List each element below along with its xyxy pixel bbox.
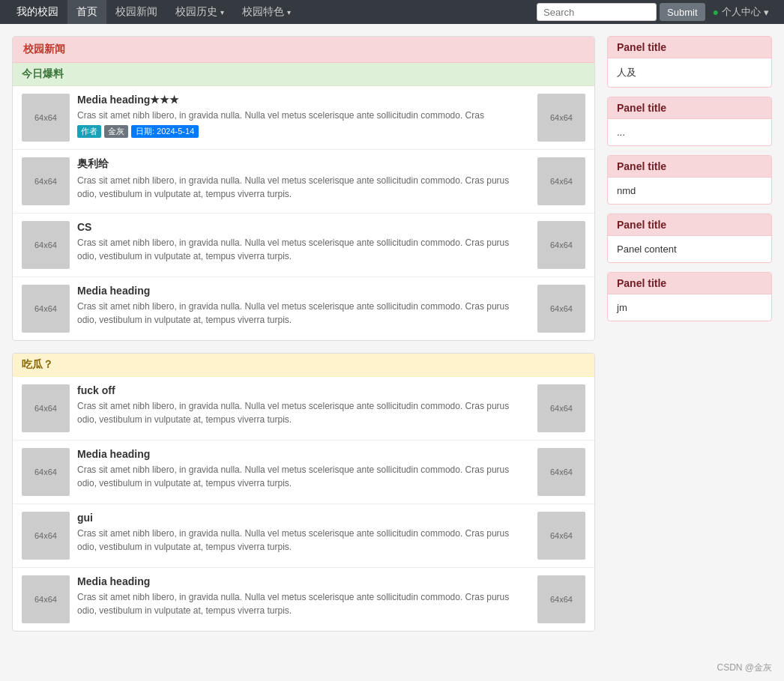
nav-item-history[interactable]: 校园历史 ▾ <box>166 0 233 24</box>
panel-title-3: Panel title <box>608 214 771 236</box>
media-body-0: Media heading★★★ Cras sit amet nibh libe… <box>77 94 530 138</box>
thumb-right-0: 64x64 <box>537 94 585 142</box>
thumb-left-0: 64x64 <box>22 94 70 142</box>
section-outer-title: 校园新闻 <box>13 37 594 63</box>
media-heading-g0: fuck off <box>77 384 530 396</box>
media-tags-0: 作者 金灰 日期: 2024-5-14 <box>77 125 530 138</box>
main-container: 校园新闻 今日爆料 64x64 Media heading★★★ Cras si… <box>0 24 784 656</box>
thumb-right-g1: 64x64 <box>537 448 585 496</box>
nav-label-news: 校园新闻 <box>115 5 157 19</box>
media-text-g1: Cras sit amet nibh libero, in gravida nu… <box>77 463 530 490</box>
panel-title-2: Panel title <box>608 156 771 178</box>
user-icon: ● <box>713 6 719 18</box>
chevron-down-icon: ▾ <box>764 7 769 18</box>
media-heading-0: Media heading★★★ <box>77 94 530 106</box>
gossip-item-3: 64x64 Media heading Cras sit amet nibh l… <box>13 568 594 631</box>
tag-gray: 金灰 <box>104 125 128 138</box>
search-input[interactable] <box>537 3 657 21</box>
section-gossip: 吃瓜？ 64x64 fuck off Cras sit amet nibh li… <box>12 353 595 632</box>
nav-label-history: 校园历史 <box>175 5 217 19</box>
media-body-g0: fuck off Cras sit amet nibh libero, in g… <box>77 384 530 429</box>
nav-item-feature[interactable]: 校园特色 ▾ <box>233 0 300 24</box>
media-text-1: Cras sit amet nibh libero, in gravida nu… <box>77 174 530 201</box>
thumb-left-g0: 64x64 <box>22 384 70 432</box>
navbar: 我的校园 首页 校园新闻 校园历史 ▾ 校园特色 ▾ Submit ● 个人中心… <box>0 0 784 24</box>
nav-item-news[interactable]: 校园新闻 <box>106 0 166 24</box>
panel-body-3: Panel content <box>608 236 771 262</box>
media-heading-g3: Media heading <box>77 575 530 587</box>
media-body-2: CS Cras sit amet nibh libero, in gravida… <box>77 221 530 266</box>
thumb-left-g3: 64x64 <box>22 575 70 623</box>
panel-body-4: jm <box>608 294 771 321</box>
media-heading-g1: Media heading <box>77 448 530 460</box>
panel-body-2: nmd <box>608 178 771 204</box>
media-text-g0: Cras sit amet nibh libero, in gravida nu… <box>77 399 530 426</box>
subsection-header-hot: 今日爆料 <box>13 63 594 86</box>
media-body-g2: gui Cras sit amet nibh libero, in gravid… <box>77 512 530 557</box>
left-column: 校园新闻 今日爆料 64x64 Media heading★★★ Cras si… <box>12 36 595 644</box>
panel-body-0: 人及 <box>608 58 771 87</box>
media-body-3: Media heading Cras sit amet nibh libero,… <box>77 285 530 330</box>
media-text-g3: Cras sit amet nibh libero, in gravida nu… <box>77 590 530 617</box>
media-text-0: Cras sit amet nibh libero, in gravida nu… <box>77 109 530 122</box>
media-text-3: Cras sit amet nibh libero, in gravida nu… <box>77 300 530 327</box>
media-body-1: 奥利给 Cras sit amet nibh libero, in gravid… <box>77 157 530 204</box>
gossip-item-0: 64x64 fuck off Cras sit amet nibh libero… <box>13 377 594 441</box>
thumb-right-1: 64x64 <box>537 157 585 205</box>
media-text-g2: Cras sit amet nibh libero, in gravida nu… <box>77 527 530 554</box>
panel-title-0: Panel title <box>608 37 771 58</box>
section-campus-news: 校园新闻 今日爆料 64x64 Media heading★★★ Cras si… <box>12 36 595 341</box>
search-button[interactable]: Submit <box>660 3 705 21</box>
media-heading-1: 奥利给 <box>77 157 530 171</box>
news-item-0: 64x64 Media heading★★★ Cras sit amet nib… <box>13 86 594 150</box>
panel-3: Panel title Panel content <box>607 214 772 263</box>
footer: CSDN @金灰 <box>0 656 784 680</box>
gossip-item-2: 64x64 gui Cras sit amet nibh libero, in … <box>13 504 594 568</box>
thumb-right-g3: 64x64 <box>537 575 585 623</box>
chevron-down-icon: ▾ <box>287 8 291 16</box>
panel-title-4: Panel title <box>608 273 771 294</box>
navbar-brand: 我的校园 <box>7 5 67 19</box>
footer-text: CSDN @金灰 <box>717 662 772 673</box>
thumb-left-g1: 64x64 <box>22 448 70 496</box>
panel-body-1: ... <box>608 119 771 145</box>
nav-label-feature: 校园特色 <box>242 5 284 19</box>
panel-4: Panel title jm <box>607 272 772 321</box>
media-heading-g2: gui <box>77 512 530 524</box>
nav-label-home: 首页 <box>76 5 97 19</box>
nav-item-home[interactable]: 首页 <box>67 0 106 24</box>
media-heading-2: CS <box>77 221 530 233</box>
tag-author: 作者 <box>77 125 101 138</box>
panel-0: Panel title 人及 <box>607 36 772 88</box>
right-column: Panel title 人及 Panel title ... Panel tit… <box>607 36 772 644</box>
subsection-header-gossip: 吃瓜？ <box>13 354 594 377</box>
thumb-left-g2: 64x64 <box>22 512 70 560</box>
media-heading-3: Media heading <box>77 285 530 297</box>
tag-date: 日期: 2024-5-14 <box>131 125 199 138</box>
gossip-item-1: 64x64 Media heading Cras sit amet nibh l… <box>13 441 594 504</box>
thumb-right-3: 64x64 <box>537 285 585 333</box>
media-body-g3: Media heading Cras sit amet nibh libero,… <box>77 575 530 620</box>
news-item-2: 64x64 CS Cras sit amet nibh libero, in g… <box>13 214 594 277</box>
thumb-left-2: 64x64 <box>22 221 70 269</box>
chevron-down-icon: ▾ <box>220 8 224 16</box>
user-menu[interactable]: ● 个人中心 ▾ <box>705 5 777 19</box>
user-menu-label: 个人中心 <box>722 5 761 19</box>
panel-1: Panel title ... <box>607 97 772 146</box>
news-item-3: 64x64 Media heading Cras sit amet nibh l… <box>13 277 594 340</box>
news-item-1: 64x64 奥利给 Cras sit amet nibh libero, in … <box>13 150 594 214</box>
panel-title-1: Panel title <box>608 97 771 119</box>
search-form: Submit <box>537 3 705 21</box>
thumb-left-1: 64x64 <box>22 157 70 205</box>
panel-2: Panel title nmd <box>607 155 772 205</box>
media-text-2: Cras sit amet nibh libero, in gravida nu… <box>77 236 530 263</box>
thumb-right-g0: 64x64 <box>537 384 585 432</box>
thumb-left-3: 64x64 <box>22 285 70 333</box>
media-body-g1: Media heading Cras sit amet nibh libero,… <box>77 448 530 493</box>
thumb-right-g2: 64x64 <box>537 512 585 560</box>
thumb-right-2: 64x64 <box>537 221 585 269</box>
